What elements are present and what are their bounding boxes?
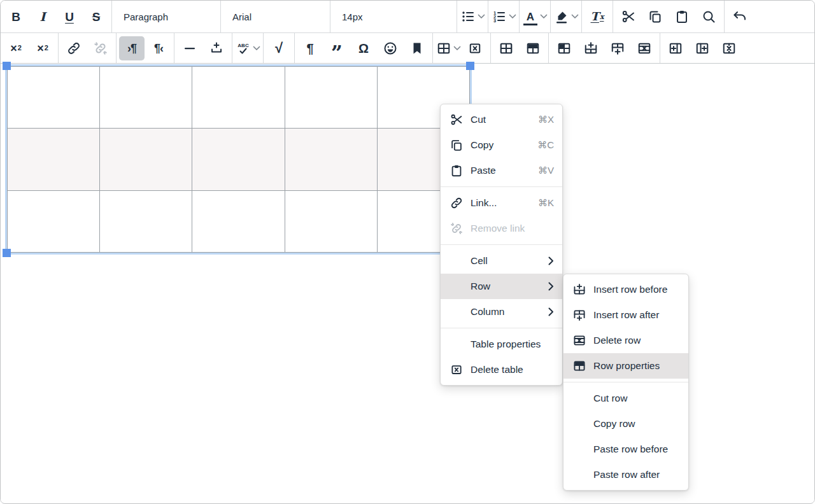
table-cell[interactable] <box>285 129 377 190</box>
insert-column-after-button[interactable] <box>690 36 715 60</box>
context-menu-item-link[interactable]: Link...⌘K <box>441 190 562 216</box>
row-submenu-item-insert-row-after[interactable]: Insert row after <box>563 302 688 328</box>
row-submenu-item-delete-row[interactable]: Delete row <box>563 328 688 353</box>
table-cell[interactable] <box>285 190 377 252</box>
unlink-icon <box>92 40 109 57</box>
table-cell[interactable] <box>8 67 100 129</box>
font-family-select[interactable]: Arial <box>223 4 327 29</box>
context-menu-item-column[interactable]: Column <box>441 299 562 325</box>
table-cell[interactable] <box>285 67 377 129</box>
table-cell[interactable] <box>8 190 100 252</box>
bold-button[interactable]: B <box>3 4 29 29</box>
numbered-list-button[interactable]: 123 <box>491 4 516 29</box>
context-menu-item-copy[interactable]: Copy⌘C <box>441 132 562 158</box>
insert-row-after-button[interactable] <box>605 36 630 60</box>
font-family-label: Arial <box>232 11 252 22</box>
undo-icon <box>732 8 748 25</box>
nonbreaking-space-button[interactable] <box>204 36 229 60</box>
numbered-list-icon: 123 <box>491 8 507 25</box>
underline-button[interactable]: U <box>57 4 82 29</box>
row-submenu-item-cut-row[interactable]: Cut row <box>563 386 688 411</box>
row-submenu-item-copy-row[interactable]: Copy row <box>563 411 688 437</box>
context-menu: Cut⌘XCopy⌘CPaste⌘VLink...⌘KRemove linkCe… <box>440 104 563 386</box>
remove-link-button[interactable] <box>88 36 113 60</box>
no-icon <box>572 391 587 406</box>
chevron-down-icon <box>509 14 516 19</box>
toolbar-group: BIUS <box>1 1 112 32</box>
delete-table-icon <box>467 40 483 57</box>
search-button[interactable] <box>696 4 721 29</box>
subscript-button[interactable]: ×2 <box>30 36 55 60</box>
cut-icon <box>620 8 637 25</box>
table-cell[interactable] <box>192 129 285 190</box>
menu-item-label: Table properties <box>471 339 554 350</box>
paragraph-mark-button[interactable]: ¶ <box>297 36 323 60</box>
highlight-color-button[interactable] <box>553 4 579 29</box>
row-properties-icon <box>572 358 587 374</box>
row-submenu-item-paste-row-after[interactable]: Paste row after <box>563 462 688 487</box>
context-menu-item-cut[interactable]: Cut⌘X <box>441 107 562 132</box>
toolbar-group: Tx <box>582 1 613 32</box>
context-menu-item-cell[interactable]: Cell <box>441 248 562 274</box>
row-submenu-item-row-properties[interactable]: Row properties <box>563 353 688 379</box>
clear-formatting-button[interactable]: Tx <box>585 4 610 29</box>
spellcheck-button[interactable]: ABC <box>235 36 260 60</box>
resize-handle-top-right[interactable] <box>466 62 474 70</box>
text-color-button[interactable]: A <box>522 4 548 29</box>
table-cell[interactable] <box>100 129 192 190</box>
insert-row-after-icon <box>572 307 587 323</box>
editor-content[interactable]: Cut⌘XCopy⌘CPaste⌘VLink...⌘KRemove linkCe… <box>1 64 814 503</box>
context-menu-item-delete-table[interactable]: Delete table <box>441 357 562 382</box>
paste-button[interactable] <box>669 4 695 29</box>
special-character-button[interactable]: Ω <box>351 36 376 60</box>
insert-row-before-button[interactable] <box>578 36 604 60</box>
strikethrough-button[interactable]: S <box>83 4 109 29</box>
toolbar-group: ABC <box>232 33 264 63</box>
content-table[interactable] <box>7 66 470 253</box>
table-cell[interactable] <box>100 67 192 129</box>
table-properties-button[interactable] <box>493 36 519 60</box>
emoji-button[interactable] <box>378 36 403 60</box>
italic-button[interactable]: I <box>30 4 55 29</box>
resize-handle-top-left[interactable] <box>3 62 11 70</box>
rtl-direction-button[interactable]: ¶‹ <box>146 36 171 60</box>
table-cell[interactable] <box>8 129 100 190</box>
square-root-button[interactable]: √ <box>266 36 292 60</box>
delete-table-button[interactable] <box>462 36 488 60</box>
row-submenu-item-paste-row-before[interactable]: Paste row before <box>563 437 688 462</box>
cell-properties-icon <box>556 40 572 57</box>
context-menu-item-row[interactable]: Row <box>441 274 562 299</box>
insert-row-before-icon <box>583 40 599 57</box>
delete-row-icon <box>636 40 653 57</box>
font-size-select[interactable]: 14px <box>333 4 454 29</box>
undo-button[interactable] <box>727 4 753 29</box>
blockquote-button[interactable]: ” <box>324 36 350 60</box>
table-cell[interactable] <box>100 190 192 252</box>
ltr-icon: ›¶ <box>124 40 140 57</box>
horizontal-rule-button[interactable] <box>177 36 202 60</box>
paragraph-format-select[interactable]: Paragraph <box>115 4 218 29</box>
superscript-button[interactable]: ×2 <box>3 36 29 60</box>
cut-button[interactable] <box>616 4 641 29</box>
bullet-list-button[interactable] <box>460 4 485 29</box>
ltr-direction-button[interactable]: ›¶ <box>119 36 145 60</box>
paste-icon <box>449 163 464 178</box>
context-menu-item-table-properties[interactable]: Table properties <box>441 332 562 357</box>
insert-link-button[interactable] <box>61 36 87 60</box>
context-menu-item-paste[interactable]: Paste⌘V <box>441 158 562 183</box>
anchor-button[interactable] <box>404 36 430 60</box>
row-submenu-item-insert-row-before[interactable]: Insert row before <box>563 277 688 302</box>
copy-button[interactable] <box>642 4 668 29</box>
table-cell[interactable] <box>192 190 285 252</box>
insert-table-button[interactable] <box>436 36 461 60</box>
menu-item-shortcut: ⌘V <box>538 165 554 176</box>
row-properties-button[interactable] <box>520 36 546 60</box>
resize-handle-bottom-left[interactable] <box>3 249 11 257</box>
cell-properties-button[interactable] <box>551 36 577 60</box>
selected-table[interactable] <box>7 66 470 253</box>
delete-row-button[interactable] <box>632 36 657 60</box>
table-cell[interactable] <box>192 67 285 129</box>
insert-column-before-button[interactable] <box>663 36 688 60</box>
no-icon <box>572 442 587 457</box>
delete-column-button[interactable] <box>716 36 742 60</box>
